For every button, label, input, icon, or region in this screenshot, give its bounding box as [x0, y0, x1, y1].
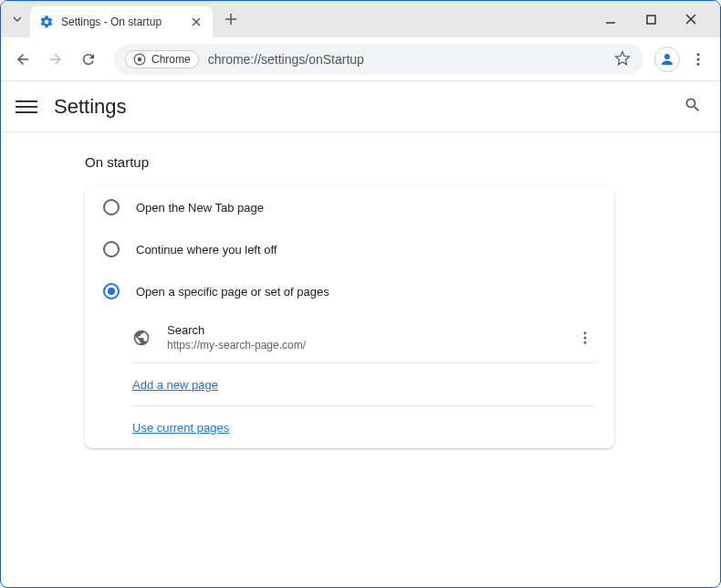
radio-icon	[103, 283, 120, 299]
tab-title: Settings - On startup	[61, 16, 182, 28]
page-title: Settings	[54, 95, 127, 119]
url-text: chrome://settings/onStartup	[208, 52, 605, 67]
browser-menu-button[interactable]	[684, 45, 713, 74]
search-icon[interactable]	[684, 96, 705, 118]
svg-point-8	[584, 336, 587, 339]
radio-icon	[103, 241, 120, 257]
startup-page-item: Search https://my-search-page.com/	[85, 312, 614, 362]
gear-icon	[39, 15, 54, 29]
page-url: https://my-search-page.com/	[167, 339, 558, 352]
maximize-button[interactable]	[636, 5, 665, 34]
content-area: On startup Open the New Tab page Continu…	[1, 132, 720, 448]
settings-header: Settings	[1, 81, 720, 132]
add-page-row: Add a new page	[85, 363, 614, 405]
menu-icon[interactable]	[16, 96, 37, 118]
startup-card: Open the New Tab page Continue where you…	[85, 186, 614, 448]
browser-toolbar: Chrome chrome://settings/onStartup	[1, 37, 720, 81]
close-icon[interactable]	[189, 15, 204, 29]
page-name: Search	[167, 323, 558, 337]
page-more-button[interactable]	[574, 327, 596, 349]
svg-point-2	[138, 57, 142, 61]
section-title: On startup	[85, 154, 720, 170]
option-new-tab[interactable]: Open the New Tab page	[85, 186, 614, 228]
forward-button[interactable]	[41, 45, 70, 74]
radio-label: Open a specific page or set of pages	[136, 285, 329, 299]
site-chip[interactable]: Chrome	[125, 50, 199, 68]
svg-point-5	[697, 58, 700, 60]
svg-point-3	[664, 54, 670, 59]
profile-button[interactable]	[654, 47, 680, 72]
svg-point-4	[697, 53, 700, 56]
option-continue[interactable]: Continue where you left off	[85, 228, 614, 270]
svg-point-6	[697, 62, 700, 65]
use-current-link[interactable]: Use current pages	[132, 421, 229, 435]
radio-label: Open the New Tab page	[136, 201, 264, 215]
use-current-row: Use current pages	[85, 406, 614, 448]
add-page-link[interactable]: Add a new page	[132, 378, 218, 392]
globe-icon	[132, 329, 151, 347]
bookmark-star-icon[interactable]	[614, 50, 632, 68]
tab-search-dropdown[interactable]	[5, 6, 30, 32]
minimize-button[interactable]	[596, 5, 625, 34]
svg-point-7	[584, 331, 587, 334]
close-window-button[interactable]	[676, 5, 705, 34]
radio-label: Continue where you left off	[136, 243, 277, 257]
window-titlebar: Settings - On startup	[1, 1, 720, 37]
address-bar[interactable]: Chrome chrome://settings/onStartup	[114, 44, 643, 75]
back-button[interactable]	[8, 45, 37, 74]
site-chip-label: Chrome	[152, 53, 191, 66]
radio-icon	[103, 199, 120, 215]
option-specific-pages[interactable]: Open a specific page or set of pages	[85, 270, 614, 312]
reload-button[interactable]	[74, 45, 103, 74]
svg-rect-0	[647, 16, 655, 24]
browser-tab[interactable]: Settings - On startup	[30, 6, 213, 37]
new-tab-button[interactable]	[218, 6, 244, 32]
svg-point-9	[584, 341, 587, 343]
